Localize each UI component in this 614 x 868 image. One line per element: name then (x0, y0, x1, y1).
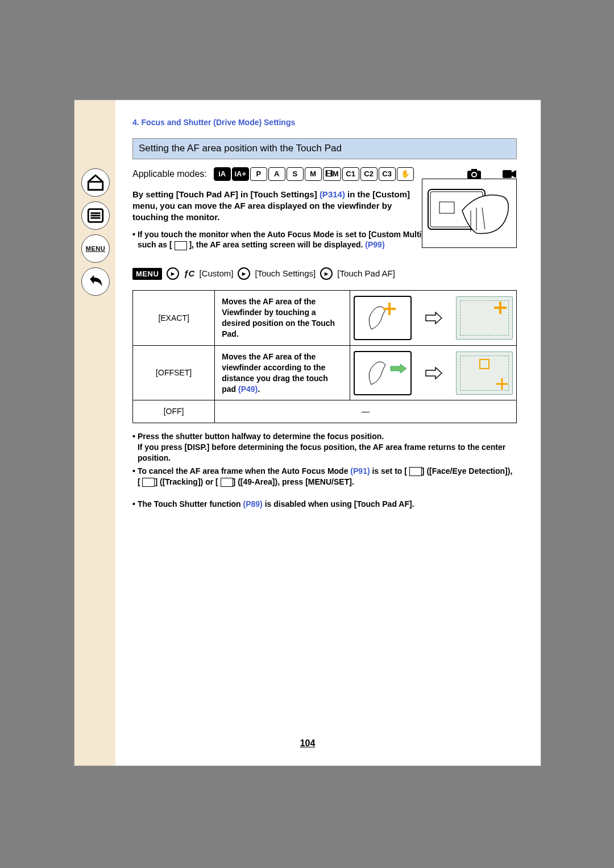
intro-paragraph: By setting [Touch Pad AF] in [Touch Sett… (132, 189, 428, 224)
table-row: [OFFSET] Moves the AF area of the viewfi… (133, 345, 517, 400)
tracking-icon (142, 478, 155, 487)
page-number: 104 (74, 738, 541, 749)
svg-rect-11 (439, 202, 454, 213)
opt-desc: Moves the AF area of the Viewfinder by t… (215, 291, 350, 346)
mode-s: S (287, 167, 304, 181)
svg-rect-8 (503, 170, 512, 178)
after-notes: • Press the shutter button halfway to de… (132, 431, 517, 509)
face-eye-icon (409, 467, 422, 476)
menu-path-item: [Touch Pad AF] (337, 268, 395, 279)
menu-path-item: [Custom] (199, 268, 233, 279)
link-p314[interactable]: (P314) (320, 189, 345, 199)
mode-ia: iA (214, 167, 231, 181)
back-button[interactable] (81, 267, 110, 296)
camera-icon (467, 168, 482, 180)
opt-illustration (350, 345, 517, 400)
link-p99[interactable]: (P99) (365, 240, 384, 249)
mode-p: P (250, 167, 267, 181)
mode-c2: C2 (360, 167, 377, 181)
viewfinder-illustration (422, 179, 517, 248)
opt-label: [OFF] (133, 400, 215, 423)
opt-label: [OFFSET] (133, 345, 215, 400)
arrow-step-icon: ▸ (320, 267, 333, 280)
mode-m: M (305, 167, 322, 181)
mode-movie-m: 🎞M (323, 167, 341, 181)
list-icon (86, 206, 105, 225)
video-icon (502, 168, 517, 180)
toc-button[interactable] (81, 201, 110, 230)
sidebar: MENU (74, 100, 115, 766)
menu-label: MENU (86, 245, 105, 252)
mode-palette: ✋ (397, 167, 414, 181)
chapter-title: 4. Focus and Shutter (Drive Mode) Settin… (132, 117, 517, 128)
multi-area-icon (175, 241, 187, 250)
opt-illustration (350, 291, 517, 346)
link-p91[interactable]: (P91) (350, 466, 370, 476)
opt-label: [EXACT] (133, 291, 215, 346)
arrow-step-icon: ▸ (167, 267, 179, 280)
49-area-icon (221, 478, 233, 487)
home-icon (86, 173, 105, 192)
link-p89[interactable]: (P89) (243, 499, 263, 509)
menu-path: MENU ▸ ƒC [Custom] ▸ [Touch Settings] ▸ … (132, 267, 517, 280)
options-table: [EXACT] Moves the AF area of the Viewfin… (132, 290, 517, 423)
link-p49[interactable]: (P49) (238, 385, 258, 394)
note-block: • If you touch the monitor when the Auto… (132, 229, 439, 251)
back-icon (86, 272, 105, 291)
menu-path-item: [Touch Settings] (255, 268, 316, 279)
arrow-step-icon: ▸ (238, 267, 250, 280)
modes-label: Applicable modes: (132, 168, 207, 180)
table-row: [EXACT] Moves the AF area of the Viewfin… (133, 291, 517, 346)
home-button[interactable] (81, 168, 110, 197)
opt-desc: — (215, 400, 517, 423)
mode-c3: C3 (379, 167, 396, 181)
svg-rect-5 (471, 169, 477, 171)
custom-fc-icon: ƒC (184, 268, 194, 279)
mode-ia-plus: iA+ (232, 167, 249, 181)
svg-point-7 (472, 173, 476, 176)
section-title: Setting the AF area position with the To… (132, 138, 517, 159)
table-row: [OFF] — (133, 400, 517, 423)
mode-a: A (268, 167, 285, 181)
mode-c1: C1 (342, 167, 359, 181)
opt-desc: Moves the AF area of the viewfinder acco… (215, 345, 350, 400)
menu-tag: MENU (132, 268, 162, 280)
menu-button[interactable]: MENU (81, 234, 110, 263)
